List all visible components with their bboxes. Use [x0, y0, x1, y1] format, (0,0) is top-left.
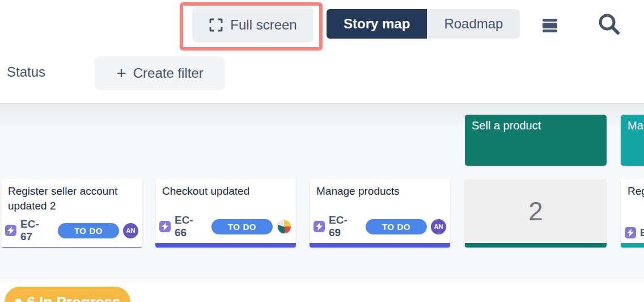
epic-color-bar — [621, 243, 644, 248]
epic-card-manage[interactable]: Mana — [621, 115, 644, 166]
details-panel-button[interactable] — [539, 14, 561, 36]
avatar-image — [277, 219, 292, 234]
issue-count: 2 — [465, 179, 607, 243]
story-card-ec-66[interactable]: Checkout updated EC-66 TO DO — [155, 179, 296, 248]
swimlane-in-progress-pill[interactable]: 6 In Progress — [5, 287, 130, 302]
issue-key: EC-69 — [329, 214, 358, 239]
search-button[interactable] — [596, 11, 621, 36]
avatar: AN — [431, 219, 446, 234]
card-footer: EC-66 TO DO — [155, 214, 296, 243]
story-type-icon — [625, 227, 636, 238]
story-map-screen: Full screen Story map Roadmap Status + C… — [0, 0, 644, 302]
card-title: Checkout updated — [155, 179, 296, 214]
story-type-icon — [313, 221, 325, 232]
details-icon — [541, 16, 559, 34]
issue-key: EC-66 — [175, 214, 204, 239]
create-filter-button[interactable]: + Create filter — [95, 56, 225, 90]
story-type-icon — [159, 221, 171, 232]
story-card-ec-69[interactable]: Manage products EC-69 TO DO AN — [310, 179, 450, 248]
epic-card-sell-a-product[interactable]: Sell a product — [465, 115, 607, 166]
card-footer: EC- — [621, 227, 644, 243]
status-lozenge[interactable]: TO DO — [211, 219, 273, 234]
story-type-icon — [5, 225, 16, 236]
issue-key: EC- — [640, 227, 644, 239]
card-title: Register seller account updated 2 — [1, 179, 142, 218]
epic-title: Mana — [628, 119, 644, 132]
card-title: Manage products — [310, 179, 450, 214]
story-card-partial[interactable]: Regis EC- — [621, 179, 644, 248]
swimlane-label: 6 In Progress — [27, 293, 121, 302]
epic-color-bar — [155, 243, 296, 248]
search-icon — [597, 12, 621, 36]
view-toggle: Story map Roadmap — [327, 9, 520, 39]
tab-story-map[interactable]: Story map — [327, 9, 427, 39]
full-screen-button[interactable]: Full screen — [192, 7, 313, 43]
status-field-label: Status — [7, 64, 45, 80]
epic-color-bar — [310, 243, 450, 248]
epic-color-bar — [465, 243, 607, 248]
create-filter-label: Create filter — [133, 65, 204, 81]
full-screen-label: Full screen — [230, 17, 296, 33]
full-screen-icon — [209, 18, 223, 32]
swimlane-divider — [0, 279, 644, 279]
status-lozenge[interactable]: TO DO — [58, 223, 119, 238]
avatar: AN — [123, 223, 138, 238]
collapsed-count-card[interactable]: 2 — [465, 179, 607, 248]
card-footer: EC-69 TO DO AN — [310, 214, 450, 243]
card-footer: EC-67 TO DO AN — [1, 218, 142, 247]
tab-roadmap[interactable]: Roadmap — [427, 9, 520, 39]
epic-color-bar — [1, 247, 142, 248]
plus-icon: + — [116, 65, 126, 82]
status-lozenge[interactable]: TO DO — [366, 219, 427, 234]
story-card-ec-67[interactable]: Register seller account updated 2 EC-67 … — [1, 179, 142, 248]
issue-key: EC-67 — [20, 218, 50, 243]
card-title: Regis — [621, 179, 644, 227]
epic-title: Sell a product — [472, 119, 541, 132]
status-dot-icon — [15, 299, 22, 302]
